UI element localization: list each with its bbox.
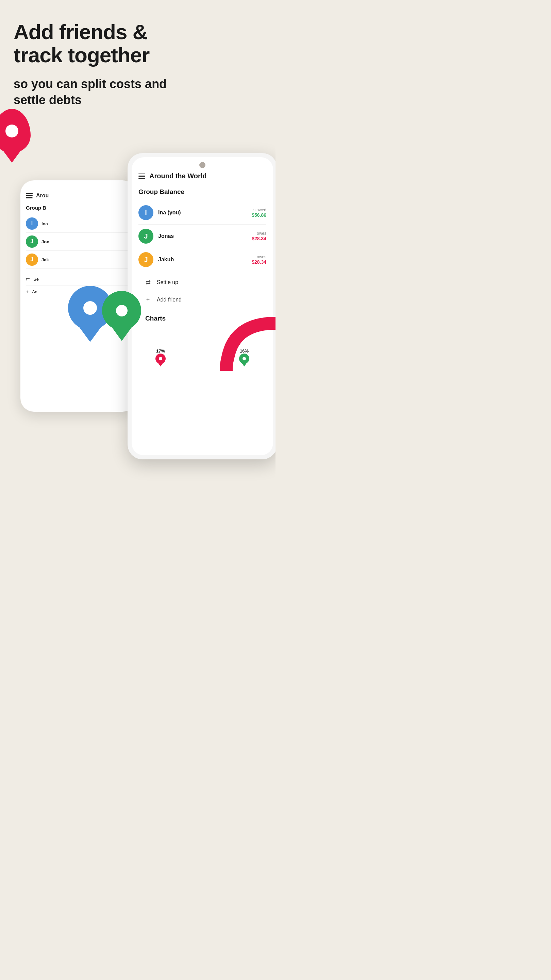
- balance-label-ina: is owed: [252, 208, 266, 212]
- settle-up-action[interactable]: ⇄ Settle up: [138, 274, 266, 291]
- balance-amount-jonas: owes $28.34: [252, 231, 266, 241]
- back-avatar-ina: I: [26, 218, 38, 230]
- balance-label-jakub: owes: [252, 255, 266, 259]
- add-friend-icon: +: [144, 296, 152, 303]
- hero-subtitle: so you can split costs and settle debts: [14, 76, 262, 108]
- avatar-jakub: J: [138, 252, 153, 267]
- back-member-jakub: J Jak: [26, 251, 130, 269]
- red-location-pin: [0, 109, 30, 153]
- balance-amount-ina: is owed $56.86: [252, 208, 266, 218]
- group-balance-title: Group Balance: [138, 188, 266, 196]
- chart-pin-17: 17%: [156, 348, 166, 364]
- back-name-jonas: Jon: [41, 239, 49, 244]
- balance-list: I Ina (you) is owed $56.86 J Jonas owes …: [138, 201, 266, 271]
- green-location-pin: [102, 291, 141, 330]
- name-jakub: Jakub: [158, 256, 252, 263]
- chart-percent-17: 17%: [156, 348, 165, 353]
- back-name-ina: Ina: [41, 221, 48, 226]
- settle-icon: ⇄: [144, 279, 152, 286]
- name-ina: Ina (you): [158, 210, 252, 216]
- name-jonas: Jonas: [158, 233, 252, 239]
- red-curve-decoration: [208, 296, 275, 371]
- back-member-jonas: J Jon: [26, 233, 130, 251]
- camera-dot: [199, 162, 205, 168]
- balance-label-jonas: owes: [252, 231, 266, 236]
- hamburger-icon-front[interactable]: [138, 173, 145, 179]
- back-balance-list: I Ina J Jon J Jak: [26, 215, 130, 269]
- back-phone-title: Arou: [36, 192, 49, 199]
- back-settle-label: Se: [33, 277, 39, 282]
- blue-pin-dot: [83, 301, 97, 315]
- phone-app-title: Around the World: [149, 172, 207, 180]
- hero-section: Add friends & track together so you can …: [0, 0, 275, 115]
- amount-jakub: $28.34: [252, 259, 266, 265]
- avatar-jonas: J: [138, 229, 153, 243]
- balance-item-ina[interactable]: I Ina (you) is owed $56.86: [138, 201, 266, 224]
- balance-item-jonas[interactable]: J Jonas owes $28.34: [138, 224, 266, 248]
- pins-overlay: [68, 286, 141, 330]
- back-member-ina: I Ina: [26, 215, 130, 233]
- green-pin-dot: [116, 305, 127, 317]
- back-phone-header: Arou: [26, 192, 130, 199]
- phone-header: Around the World: [138, 172, 266, 180]
- back-avatar-jonas: J: [26, 235, 38, 248]
- amount-ina: $56.86: [252, 212, 266, 218]
- back-settle-icon: ⇄: [26, 276, 30, 282]
- hamburger-icon-back: [26, 193, 33, 198]
- small-red-pin: [156, 353, 166, 364]
- back-group-balance-label: Group B: [26, 205, 130, 211]
- back-settle-action[interactable]: ⇄ Se: [26, 273, 130, 285]
- back-add-icon: +: [26, 289, 29, 294]
- settle-label: Settle up: [157, 279, 178, 285]
- balance-item-jakub[interactable]: J Jakub owes $28.34: [138, 248, 266, 271]
- amount-jonas: $28.34: [252, 236, 266, 241]
- pin-dot: [5, 124, 18, 137]
- add-friend-label: Add friend: [157, 297, 182, 303]
- hero-title: Add friends & track together: [14, 21, 262, 67]
- back-avatar-jakub: J: [26, 253, 38, 266]
- back-name-jakub: Jak: [41, 257, 49, 262]
- balance-amount-jakub: owes $28.34: [252, 255, 266, 265]
- back-add-label: Ad: [32, 289, 37, 294]
- avatar-ina: I: [138, 205, 153, 220]
